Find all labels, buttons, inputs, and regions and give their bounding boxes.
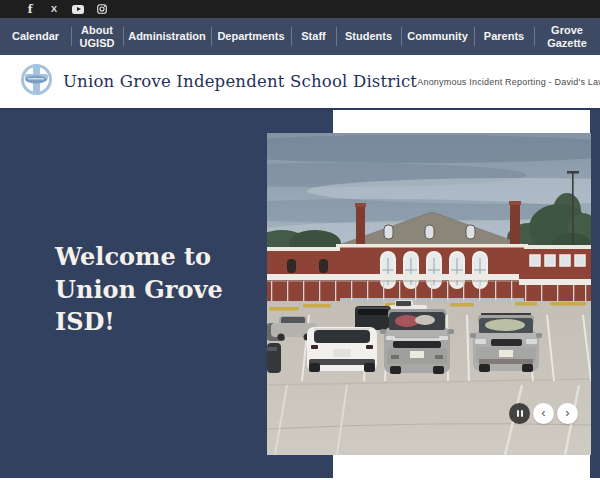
nav-item-calendar[interactable]: Calendar bbox=[0, 18, 71, 55]
incident-reporting-link[interactable]: Anonymous Incident Reporting - David's L… bbox=[417, 77, 600, 87]
page: f X Calendar About UGISD Administration … bbox=[0, 0, 600, 480]
hero-heading: Welcome to Union Grove ISD! bbox=[55, 241, 223, 339]
nav-item-label: Grove Gazette bbox=[536, 24, 598, 49]
nav-item-label: Community bbox=[407, 30, 468, 43]
hero-heading-line: Welcome to bbox=[55, 241, 223, 274]
carousel-prev-button[interactable]: ‹ bbox=[533, 403, 554, 424]
nav-item-label: Administration bbox=[128, 30, 206, 43]
nav-item-label: Departments bbox=[217, 30, 284, 43]
youtube-icon[interactable] bbox=[72, 3, 84, 15]
x-twitter-icon[interactable]: X bbox=[48, 3, 60, 15]
nav-item-label: Students bbox=[345, 30, 392, 43]
nav-item-staff[interactable]: Staff bbox=[291, 18, 336, 55]
site-header: Union Grove Independent School District … bbox=[0, 55, 600, 110]
hero-heading-line: Union Grove bbox=[55, 274, 223, 307]
chevron-right-icon: › bbox=[565, 406, 569, 419]
nav-item-grove-gazette[interactable]: Grove Gazette bbox=[534, 18, 600, 55]
carousel-controls: ‹ › bbox=[509, 403, 578, 424]
pause-icon bbox=[521, 410, 523, 417]
nav-item-community[interactable]: Community bbox=[401, 18, 474, 55]
instagram-icon[interactable] bbox=[96, 3, 108, 15]
site-logo-link[interactable]: Union Grove Independent School District bbox=[20, 63, 417, 100]
nav-item-administration[interactable]: Administration bbox=[123, 18, 211, 55]
hero-heading-line: ISD! bbox=[55, 306, 223, 339]
carousel-pause-button[interactable] bbox=[509, 403, 530, 424]
nav-item-label: About UGISD bbox=[73, 24, 121, 49]
nav-item-label: Parents bbox=[484, 30, 524, 43]
nav-item-about-ugisd[interactable]: About UGISD bbox=[71, 18, 123, 55]
page-title: Union Grove Independent School District bbox=[63, 72, 417, 91]
social-icons: f X bbox=[24, 3, 108, 15]
facebook-icon[interactable]: f bbox=[24, 3, 36, 15]
main-nav: Calendar About UGISD Administration Depa… bbox=[0, 18, 600, 55]
hero-carousel: Welcome to Union Grove ISD! bbox=[0, 110, 600, 478]
nav-item-parents[interactable]: Parents bbox=[474, 18, 534, 55]
nav-item-students[interactable]: Students bbox=[336, 18, 401, 55]
chevron-left-icon: ‹ bbox=[541, 406, 545, 419]
nav-item-departments[interactable]: Departments bbox=[211, 18, 291, 55]
district-logo-icon bbox=[20, 63, 53, 100]
header-right: Anonymous Incident Reporting - David's L… bbox=[417, 75, 600, 89]
social-bar: f X bbox=[0, 0, 600, 18]
nav-item-label: Calendar bbox=[12, 30, 59, 43]
pause-icon bbox=[517, 410, 519, 417]
hero-right-strip bbox=[590, 110, 600, 478]
carousel-next-button[interactable]: › bbox=[557, 403, 578, 424]
nav-item-label: Staff bbox=[301, 30, 325, 43]
